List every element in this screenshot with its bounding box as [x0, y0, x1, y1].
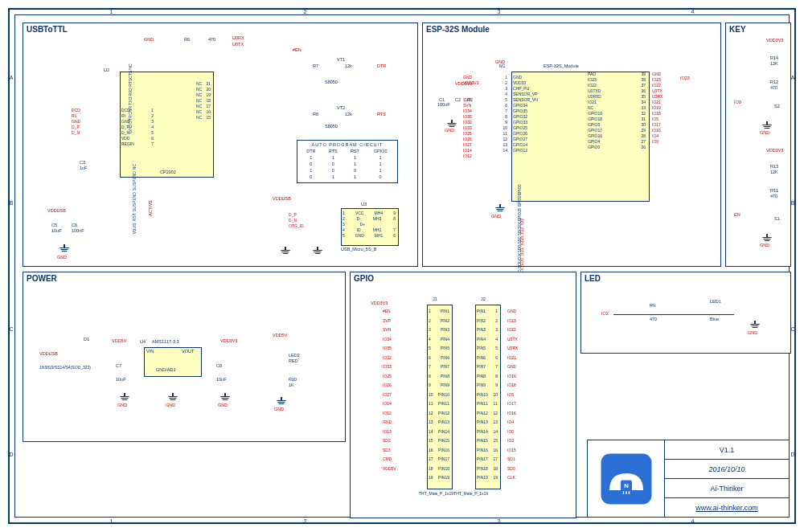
net-en: #EN: [293, 47, 302, 52]
net-vddusb2: VDDUSB: [273, 196, 291, 201]
svg-rect-7: [628, 491, 629, 494]
net-u0rx: U0RX: [232, 35, 244, 40]
svg-rect-3: [626, 477, 626, 480]
esp-left-int: GNDVDD33CHP_PUSENSOR_VPSENSOR_VNGPIO34GP…: [513, 75, 577, 153]
svg-rect-4: [628, 477, 629, 480]
c6: C6: [72, 223, 77, 227]
c3: C3: [80, 160, 85, 165]
svg-rect-12: [632, 485, 635, 485]
r7: R7: [313, 63, 318, 68]
net-vddusb1: VDDUSB: [47, 208, 66, 213]
title-gpio: GPIO: [354, 274, 374, 283]
c5v: 10uF: [51, 228, 62, 233]
c6v: 100nF: [72, 228, 84, 233]
gpio-j1-rows: 1PIN12PIN23PIN34PIN45PIN56PIN67PIN78PIN8…: [429, 307, 449, 483]
vt1-12k: 12k: [345, 63, 352, 68]
auto-program-table: AUTO PROGRAM CIRCUIT DTRRTSRSTGPIO0 1111…: [297, 140, 398, 183]
gnd-icon: [168, 393, 178, 401]
esp-right-ext: GNDIO23IO22U0TXU0RXIO21IO19IO18IO5IO17IO…: [652, 72, 696, 145]
ref-u2: U2: [104, 68, 109, 72]
titleblock: N V1.1 2016/10/10 Ai-Thinker www.ai-thin…: [587, 440, 790, 518]
gnd-icon: [220, 393, 230, 401]
title-usbttl: USBToTTL: [27, 25, 68, 34]
r6-val: 470: [208, 37, 215, 42]
title-key: KEY: [729, 25, 746, 34]
svg-rect-11: [632, 482, 635, 483]
svg-text:N: N: [624, 482, 629, 489]
label-cp2102: CP2102: [160, 170, 176, 174]
gpio-right-nets: GNDIO23IO22U0TXU0RXIO21GNDIO19IO18IO5IO1…: [507, 307, 556, 483]
block-key: KEY VDD3V3 R14 12K R12 470 IO0 S2 GND VD…: [725, 23, 791, 267]
cp2102-left-nets: DCD R1 GND D_P D_N: [72, 108, 120, 136]
r8: R8: [313, 112, 318, 117]
svg-rect-8: [617, 482, 621, 483]
u3-inside: 1VCCMH49 2D-MH38 3D+ 4IDMH27 5GNDMH16: [343, 211, 396, 239]
ruler-top: 1234: [14, 8, 790, 14]
net-gnd-top: GND: [144, 37, 154, 42]
esp-left-ext: GND1VDD3V3234SVP5SVN6IO347IO358IO329IO33…: [463, 75, 507, 159]
net-gnd-esp: GND: [495, 59, 505, 64]
usb-footprint: USB_Micro_5S_B: [341, 247, 376, 252]
net-rts: RTS: [377, 112, 386, 117]
u3-ext-left: D_P D_N OTG_ID: [289, 212, 337, 229]
gnd-icon: [762, 121, 772, 129]
cp2102-left-labels: DCD1 RI2 GND3 D_P4 D_N5 VDD6 REGIN7: [121, 108, 154, 147]
s8050a: S8050: [325, 80, 338, 84]
gnd-icon: [59, 244, 69, 252]
gnd-icon: [120, 393, 129, 401]
esp-right-int: PAD39IO2338IO2237U0TXD36U0RXD35IO2134NC3…: [588, 72, 646, 150]
block-power: POWER VDDUSB D1 1N5819/SS14/S4(SOD_323) …: [23, 272, 346, 442]
tb-url[interactable]: www.ai-thinker.com: [695, 504, 758, 512]
block-usbttl: USBToTTL CP2102 U2 DCD R1 GND D_P D_N DC…: [23, 23, 418, 267]
gnd-icon: [750, 321, 760, 329]
vt2-12k: 12k: [345, 112, 352, 117]
vt2: VT2: [337, 105, 345, 110]
net-active: ACTIVE: [148, 200, 153, 216]
cp2102-top: GNDDTRDSRTXDRXDRTSCTSNC: [128, 63, 133, 133]
tb-vendor: Ai-Thinker: [665, 479, 789, 498]
ruler-bottom: 1234: [14, 518, 790, 524]
net-u0tx: U0TX: [232, 42, 244, 47]
net-dtr: DTR: [377, 63, 386, 68]
block-led: LED IO2 R9 470 LED1 Blue GND: [580, 272, 791, 354]
c5: C5: [51, 223, 57, 227]
cp2102-bot: VBUSRSTSUSPENDSUSPENDNC: [132, 164, 137, 234]
tb-date: 2016/10/10: [665, 460, 789, 479]
u3: U3: [361, 202, 367, 207]
title-power: POWER: [27, 274, 57, 283]
title-led: LED: [585, 274, 601, 283]
gnd-icon: [762, 234, 772, 242]
title-esp: ESP-32S Module: [426, 25, 490, 34]
gpio-j2-rows: PIN11PIN22PIN33PIN44PIN55PIN66PIN77PIN88…: [477, 307, 498, 483]
svg-rect-6: [626, 491, 626, 494]
svg-rect-9: [617, 485, 621, 485]
c3v: 1uF: [80, 166, 87, 170]
logo-aithinker: N: [588, 440, 665, 517]
esp-name: ESP-32S_Module: [544, 63, 579, 68]
s8050b: S8050: [325, 124, 338, 129]
svg-rect-13: [632, 488, 635, 489]
svg-rect-2: [622, 477, 623, 480]
gnd-icon: [313, 247, 322, 255]
ruler-left: ABCD: [8, 14, 14, 518]
block-gpio: GPIO VDD3V3 J1 J2 #ENSVPSVNIO34IO35IO32I…: [350, 272, 576, 518]
vt1: VT1: [337, 57, 345, 62]
svg-rect-10: [617, 488, 621, 489]
r2: R2: [467, 97, 473, 102]
c1v: 100uF: [437, 102, 450, 107]
r6: R6: [184, 37, 190, 42]
tb-version: V1.1: [665, 440, 789, 460]
gpio-left-nets: #ENSVPSVNIO34IO35IO32IO33IO25IO26IO27IO1…: [383, 307, 423, 473]
net-vdd3v3-esp: VDD3V3: [455, 81, 472, 86]
gnd-icon: [495, 204, 505, 212]
schematic-sheet: 1234 1234 ABCD ABCD USBToTTL CP2102 U2 D…: [0, 0, 804, 532]
gnd-icon: [447, 120, 457, 128]
gnd-icon: [281, 247, 290, 255]
gnd-icon: [277, 397, 286, 405]
cp2102-right: NC21 NC20 NC19 NC18 NC17 NC16 NC15: [196, 81, 211, 121]
svg-rect-5: [622, 491, 623, 494]
c2: C2: [455, 97, 461, 102]
block-esp32s: ESP-32S Module ESP-32S_Module M1 GND1VDD…: [422, 23, 721, 267]
